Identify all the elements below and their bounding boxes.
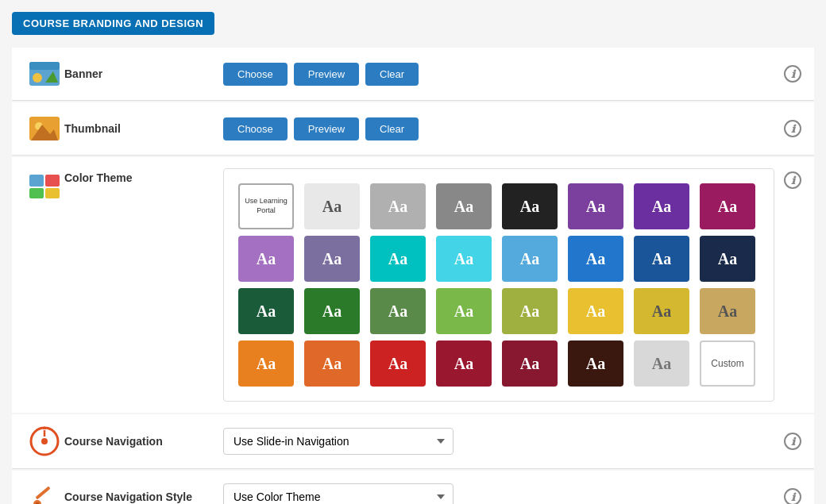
banner-section: Banner Choose Preview Clear ℹ xyxy=(12,48,814,101)
banner-label: Banner xyxy=(64,67,223,80)
color-swatch-light-silver[interactable]: Aa xyxy=(634,340,689,387)
color-swatch-tan[interactable]: Aa xyxy=(700,288,755,334)
svg-rect-15 xyxy=(35,486,50,499)
color-swatch-purple-lavender[interactable]: Aa xyxy=(238,236,294,282)
svg-rect-1 xyxy=(29,62,60,70)
color-swatch-light-gray[interactable]: Aa xyxy=(304,183,360,229)
color-swatch-teal-bright[interactable]: Aa xyxy=(370,236,426,282)
color-swatch-custom[interactable]: Custom xyxy=(700,340,755,387)
color-swatch-orange[interactable]: Aa xyxy=(238,340,294,387)
course-navigation-section: Course Navigation Use Slide-in Navigatio… xyxy=(12,414,814,469)
color-theme-icon xyxy=(25,171,64,202)
color-swatch-red[interactable]: Aa xyxy=(370,340,426,387)
color-swatch-green-medium[interactable]: Aa xyxy=(304,288,360,334)
thumbnail-icon xyxy=(25,113,64,144)
color-swatch-blue-light[interactable]: Aa xyxy=(502,236,558,282)
svg-rect-8 xyxy=(45,175,60,187)
color-swatch-dark-red[interactable]: Aa xyxy=(436,340,492,387)
color-swatch-blue-dark[interactable]: Aa xyxy=(634,236,689,282)
banner-clear-button[interactable]: Clear xyxy=(365,63,419,86)
course-navigation-style-section: Course Navigation Style Use Color Theme … xyxy=(12,471,814,504)
course-navigation-info-icon[interactable]: ℹ xyxy=(784,433,801,450)
svg-point-12 xyxy=(41,438,48,444)
course-navigation-controls: Use Slide-in Navigation Use Classic Navi… xyxy=(223,428,784,455)
thumbnail-controls: Choose Preview Clear xyxy=(223,117,784,140)
color-swatch-teal-light[interactable]: Aa xyxy=(436,236,492,282)
color-swatch-yellow-light[interactable]: Aa xyxy=(634,288,689,334)
color-swatch-portal[interactable]: Use Learning Portal xyxy=(238,183,294,229)
thumbnail-preview-button[interactable]: Preview xyxy=(294,117,359,140)
course-navigation-icon xyxy=(25,425,64,457)
color-swatch-green-light[interactable]: Aa xyxy=(436,288,492,334)
course-navigation-style-icon xyxy=(25,482,64,504)
color-swatch-blue-medium[interactable]: Aa xyxy=(568,236,623,282)
color-swatch-green-dark[interactable]: Aa xyxy=(238,288,294,334)
color-swatch-yellow[interactable]: Aa xyxy=(568,288,623,334)
color-swatch-black[interactable]: Aa xyxy=(502,183,558,229)
course-navigation-style-controls: Use Color Theme Use Dark Theme Use Light… xyxy=(223,483,784,504)
svg-rect-9 xyxy=(29,188,44,198)
course-navigation-style-label: Course Navigation Style xyxy=(64,491,223,503)
banner-icon xyxy=(25,59,64,89)
thumbnail-clear-button[interactable]: Clear xyxy=(365,117,419,140)
color-swatch-medium-gray[interactable]: Aa xyxy=(370,183,426,229)
color-swatch-purple-medium[interactable]: Aa xyxy=(634,183,689,229)
color-swatch-purple-light[interactable]: Aa xyxy=(568,183,623,229)
color-theme-info-icon[interactable]: ℹ xyxy=(784,171,801,189)
color-swatch-yellow-green[interactable]: Aa xyxy=(502,288,558,334)
banner-controls: Choose Preview Clear xyxy=(223,63,784,86)
banner-info-icon[interactable]: ℹ xyxy=(784,65,801,83)
course-navigation-style-info-icon[interactable]: ℹ xyxy=(784,488,801,504)
color-theme-label: Color Theme xyxy=(64,171,223,184)
color-swatch-purple-slate[interactable]: Aa xyxy=(304,236,360,282)
color-swatch-burgundy[interactable]: Aa xyxy=(502,340,558,387)
svg-rect-7 xyxy=(29,175,44,187)
color-swatch-maroon[interactable]: Aa xyxy=(700,183,755,229)
svg-rect-10 xyxy=(45,188,60,198)
banner-choose-button[interactable]: Choose xyxy=(223,63,288,86)
color-swatch-green-light-dark[interactable]: Aa xyxy=(370,288,426,334)
banner-preview-button[interactable]: Preview xyxy=(294,63,359,86)
thumbnail-label: Thumbnail xyxy=(64,122,223,135)
svg-point-2 xyxy=(33,73,42,83)
color-swatches-panel: Use Learning PortalAaAaAaAaAaAaAaAaAaAaA… xyxy=(223,168,774,402)
course-navigation-style-dropdown[interactable]: Use Color Theme Use Dark Theme Use Light… xyxy=(223,483,454,504)
thumbnail-info-icon[interactable]: ℹ xyxy=(784,120,801,137)
page-container: COURSE BRANDING AND DESIGN Banner Choose… xyxy=(0,0,826,504)
course-navigation-label: Course Navigation xyxy=(64,435,223,448)
course-branding-header-button[interactable]: COURSE BRANDING AND DESIGN xyxy=(12,12,214,35)
color-swatch-navy[interactable]: Aa xyxy=(700,236,755,282)
course-navigation-dropdown[interactable]: Use Slide-in Navigation Use Classic Navi… xyxy=(223,428,454,455)
color-swatch-dark-brown[interactable]: Aa xyxy=(568,340,623,387)
color-swatch-dark-gray[interactable]: Aa xyxy=(436,183,492,229)
thumbnail-section: Thumbnail Choose Preview Clear ℹ xyxy=(12,102,814,156)
color-theme-section: Color Theme Use Learning PortalAaAaAaAaA… xyxy=(12,157,814,413)
color-theme-content: Use Learning PortalAaAaAaAaAaAaAaAaAaAaA… xyxy=(223,168,784,402)
color-swatch-orange-medium[interactable]: Aa xyxy=(304,340,360,387)
thumbnail-choose-button[interactable]: Choose xyxy=(223,117,288,140)
